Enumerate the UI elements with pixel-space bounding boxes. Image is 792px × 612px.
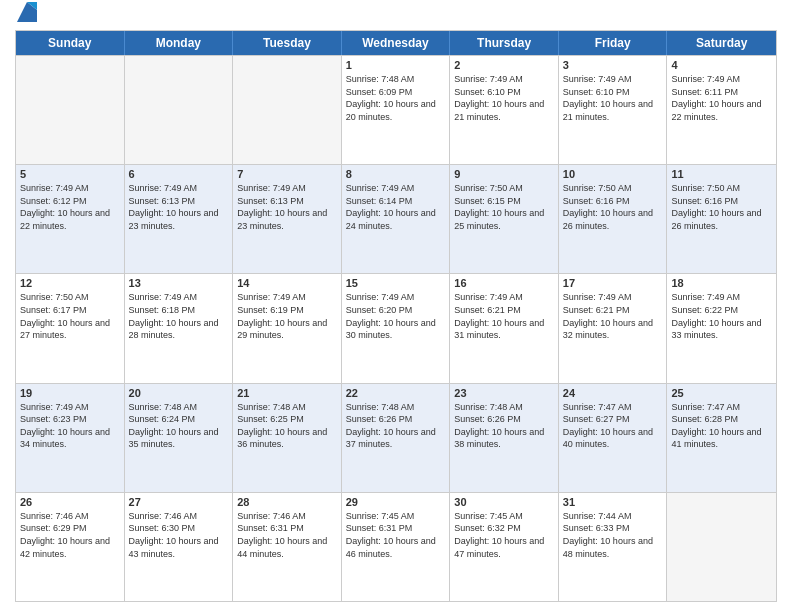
header-cell-wednesday: Wednesday bbox=[342, 31, 451, 55]
empty-cell-0-0 bbox=[16, 56, 125, 164]
day-info: Sunrise: 7:44 AM Sunset: 6:33 PM Dayligh… bbox=[563, 510, 663, 560]
day-info: Sunrise: 7:48 AM Sunset: 6:24 PM Dayligh… bbox=[129, 401, 229, 451]
day-info: Sunrise: 7:46 AM Sunset: 6:31 PM Dayligh… bbox=[237, 510, 337, 560]
day-info: Sunrise: 7:49 AM Sunset: 6:14 PM Dayligh… bbox=[346, 182, 446, 232]
day-number: 29 bbox=[346, 496, 446, 508]
day-info: Sunrise: 7:46 AM Sunset: 6:29 PM Dayligh… bbox=[20, 510, 120, 560]
day-cell-31: 31Sunrise: 7:44 AM Sunset: 6:33 PM Dayli… bbox=[559, 493, 668, 601]
calendar-row-3: 12Sunrise: 7:50 AM Sunset: 6:17 PM Dayli… bbox=[16, 273, 776, 382]
day-cell-18: 18Sunrise: 7:49 AM Sunset: 6:22 PM Dayli… bbox=[667, 274, 776, 382]
day-cell-19: 19Sunrise: 7:49 AM Sunset: 6:23 PM Dayli… bbox=[16, 384, 125, 492]
day-info: Sunrise: 7:47 AM Sunset: 6:27 PM Dayligh… bbox=[563, 401, 663, 451]
day-cell-27: 27Sunrise: 7:46 AM Sunset: 6:30 PM Dayli… bbox=[125, 493, 234, 601]
day-cell-13: 13Sunrise: 7:49 AM Sunset: 6:18 PM Dayli… bbox=[125, 274, 234, 382]
day-cell-21: 21Sunrise: 7:48 AM Sunset: 6:25 PM Dayli… bbox=[233, 384, 342, 492]
day-cell-5: 5Sunrise: 7:49 AM Sunset: 6:12 PM Daylig… bbox=[16, 165, 125, 273]
day-number: 22 bbox=[346, 387, 446, 399]
day-info: Sunrise: 7:50 AM Sunset: 6:16 PM Dayligh… bbox=[563, 182, 663, 232]
day-info: Sunrise: 7:50 AM Sunset: 6:15 PM Dayligh… bbox=[454, 182, 554, 232]
day-info: Sunrise: 7:47 AM Sunset: 6:28 PM Dayligh… bbox=[671, 401, 772, 451]
day-info: Sunrise: 7:50 AM Sunset: 6:16 PM Dayligh… bbox=[671, 182, 772, 232]
day-cell-25: 25Sunrise: 7:47 AM Sunset: 6:28 PM Dayli… bbox=[667, 384, 776, 492]
day-info: Sunrise: 7:48 AM Sunset: 6:26 PM Dayligh… bbox=[346, 401, 446, 451]
day-cell-8: 8Sunrise: 7:49 AM Sunset: 6:14 PM Daylig… bbox=[342, 165, 451, 273]
calendar-header: SundayMondayTuesdayWednesdayThursdayFrid… bbox=[16, 31, 776, 55]
day-info: Sunrise: 7:49 AM Sunset: 6:12 PM Dayligh… bbox=[20, 182, 120, 232]
header-cell-sunday: Sunday bbox=[16, 31, 125, 55]
header-cell-tuesday: Tuesday bbox=[233, 31, 342, 55]
calendar: SundayMondayTuesdayWednesdayThursdayFrid… bbox=[15, 30, 777, 602]
day-number: 6 bbox=[129, 168, 229, 180]
calendar-row-2: 5Sunrise: 7:49 AM Sunset: 6:12 PM Daylig… bbox=[16, 164, 776, 273]
header-cell-friday: Friday bbox=[559, 31, 668, 55]
calendar-row-4: 19Sunrise: 7:49 AM Sunset: 6:23 PM Dayli… bbox=[16, 383, 776, 492]
day-info: Sunrise: 7:49 AM Sunset: 6:10 PM Dayligh… bbox=[454, 73, 554, 123]
day-number: 18 bbox=[671, 277, 772, 289]
day-cell-3: 3Sunrise: 7:49 AM Sunset: 6:10 PM Daylig… bbox=[559, 56, 668, 164]
day-info: Sunrise: 7:45 AM Sunset: 6:31 PM Dayligh… bbox=[346, 510, 446, 560]
empty-cell-4-6 bbox=[667, 493, 776, 601]
day-number: 4 bbox=[671, 59, 772, 71]
day-number: 23 bbox=[454, 387, 554, 399]
day-cell-6: 6Sunrise: 7:49 AM Sunset: 6:13 PM Daylig… bbox=[125, 165, 234, 273]
day-number: 16 bbox=[454, 277, 554, 289]
day-cell-10: 10Sunrise: 7:50 AM Sunset: 6:16 PM Dayli… bbox=[559, 165, 668, 273]
header bbox=[15, 10, 777, 22]
day-cell-2: 2Sunrise: 7:49 AM Sunset: 6:10 PM Daylig… bbox=[450, 56, 559, 164]
day-info: Sunrise: 7:46 AM Sunset: 6:30 PM Dayligh… bbox=[129, 510, 229, 560]
day-cell-11: 11Sunrise: 7:50 AM Sunset: 6:16 PM Dayli… bbox=[667, 165, 776, 273]
logo bbox=[15, 14, 37, 22]
day-cell-9: 9Sunrise: 7:50 AM Sunset: 6:15 PM Daylig… bbox=[450, 165, 559, 273]
day-number: 2 bbox=[454, 59, 554, 71]
day-cell-15: 15Sunrise: 7:49 AM Sunset: 6:20 PM Dayli… bbox=[342, 274, 451, 382]
day-info: Sunrise: 7:49 AM Sunset: 6:20 PM Dayligh… bbox=[346, 291, 446, 341]
day-number: 10 bbox=[563, 168, 663, 180]
day-info: Sunrise: 7:48 AM Sunset: 6:26 PM Dayligh… bbox=[454, 401, 554, 451]
day-info: Sunrise: 7:49 AM Sunset: 6:21 PM Dayligh… bbox=[454, 291, 554, 341]
day-cell-12: 12Sunrise: 7:50 AM Sunset: 6:17 PM Dayli… bbox=[16, 274, 125, 382]
page: SundayMondayTuesdayWednesdayThursdayFrid… bbox=[0, 0, 792, 612]
day-number: 11 bbox=[671, 168, 772, 180]
day-info: Sunrise: 7:49 AM Sunset: 6:22 PM Dayligh… bbox=[671, 291, 772, 341]
day-info: Sunrise: 7:48 AM Sunset: 6:09 PM Dayligh… bbox=[346, 73, 446, 123]
day-info: Sunrise: 7:49 AM Sunset: 6:18 PM Dayligh… bbox=[129, 291, 229, 341]
day-cell-23: 23Sunrise: 7:48 AM Sunset: 6:26 PM Dayli… bbox=[450, 384, 559, 492]
day-number: 15 bbox=[346, 277, 446, 289]
day-number: 27 bbox=[129, 496, 229, 508]
day-cell-26: 26Sunrise: 7:46 AM Sunset: 6:29 PM Dayli… bbox=[16, 493, 125, 601]
day-number: 25 bbox=[671, 387, 772, 399]
day-number: 19 bbox=[20, 387, 120, 399]
day-number: 1 bbox=[346, 59, 446, 71]
day-cell-16: 16Sunrise: 7:49 AM Sunset: 6:21 PM Dayli… bbox=[450, 274, 559, 382]
day-info: Sunrise: 7:49 AM Sunset: 6:10 PM Dayligh… bbox=[563, 73, 663, 123]
day-number: 28 bbox=[237, 496, 337, 508]
day-cell-1: 1Sunrise: 7:48 AM Sunset: 6:09 PM Daylig… bbox=[342, 56, 451, 164]
header-cell-thursday: Thursday bbox=[450, 31, 559, 55]
logo-icon bbox=[17, 2, 37, 22]
day-info: Sunrise: 7:49 AM Sunset: 6:13 PM Dayligh… bbox=[237, 182, 337, 232]
day-cell-17: 17Sunrise: 7:49 AM Sunset: 6:21 PM Dayli… bbox=[559, 274, 668, 382]
header-cell-monday: Monday bbox=[125, 31, 234, 55]
day-cell-28: 28Sunrise: 7:46 AM Sunset: 6:31 PM Dayli… bbox=[233, 493, 342, 601]
day-info: Sunrise: 7:49 AM Sunset: 6:11 PM Dayligh… bbox=[671, 73, 772, 123]
day-cell-22: 22Sunrise: 7:48 AM Sunset: 6:26 PM Dayli… bbox=[342, 384, 451, 492]
day-number: 21 bbox=[237, 387, 337, 399]
day-number: 9 bbox=[454, 168, 554, 180]
day-number: 3 bbox=[563, 59, 663, 71]
calendar-row-5: 26Sunrise: 7:46 AM Sunset: 6:29 PM Dayli… bbox=[16, 492, 776, 601]
day-info: Sunrise: 7:50 AM Sunset: 6:17 PM Dayligh… bbox=[20, 291, 120, 341]
empty-cell-0-1 bbox=[125, 56, 234, 164]
day-cell-4: 4Sunrise: 7:49 AM Sunset: 6:11 PM Daylig… bbox=[667, 56, 776, 164]
day-number: 26 bbox=[20, 496, 120, 508]
day-number: 20 bbox=[129, 387, 229, 399]
empty-cell-0-2 bbox=[233, 56, 342, 164]
day-info: Sunrise: 7:45 AM Sunset: 6:32 PM Dayligh… bbox=[454, 510, 554, 560]
day-number: 5 bbox=[20, 168, 120, 180]
day-cell-30: 30Sunrise: 7:45 AM Sunset: 6:32 PM Dayli… bbox=[450, 493, 559, 601]
day-number: 17 bbox=[563, 277, 663, 289]
day-cell-7: 7Sunrise: 7:49 AM Sunset: 6:13 PM Daylig… bbox=[233, 165, 342, 273]
day-cell-24: 24Sunrise: 7:47 AM Sunset: 6:27 PM Dayli… bbox=[559, 384, 668, 492]
day-cell-20: 20Sunrise: 7:48 AM Sunset: 6:24 PM Dayli… bbox=[125, 384, 234, 492]
day-info: Sunrise: 7:49 AM Sunset: 6:21 PM Dayligh… bbox=[563, 291, 663, 341]
day-number: 8 bbox=[346, 168, 446, 180]
